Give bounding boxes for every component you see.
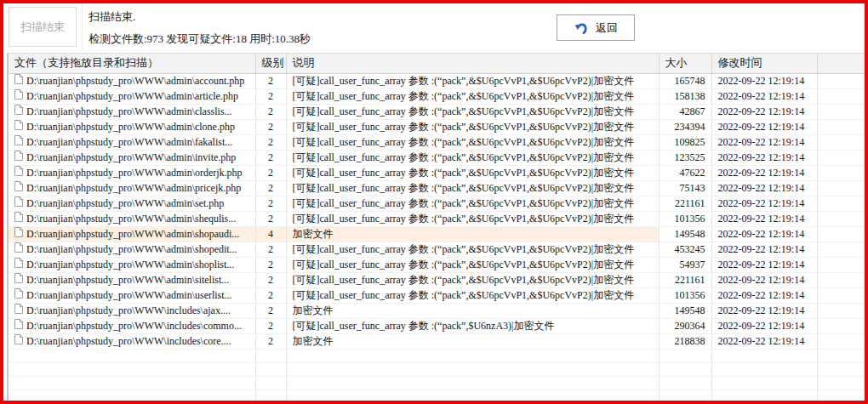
- file-icon: [14, 334, 23, 348]
- threat-level: 2: [255, 211, 286, 226]
- empty-cell: [659, 390, 711, 401]
- table-row[interactable]: D:\ruanjian\phpstudy_pro\WWW\admin\shopl…: [9, 257, 865, 272]
- table-row[interactable]: D:\ruanjian\phpstudy_pro\WWW\admin\order…: [9, 165, 865, 180]
- file-size: 165748: [659, 73, 711, 88]
- file-size: 54937: [659, 257, 711, 272]
- file-icon: [14, 105, 23, 118]
- file-size: 234394: [659, 119, 711, 134]
- empty-cell: [659, 362, 711, 376]
- table-row[interactable]: D:\ruanjian\phpstudy_pro\WWW\admin\shequ…: [9, 211, 865, 226]
- file-icon: [14, 151, 23, 164]
- undo-icon: [574, 20, 588, 35]
- file-size: 101356: [659, 287, 711, 303]
- scan-results-table: 文件（支持拖放目录和扫描）级别说明大小修改时间 D:\ruanjian\phps…: [9, 54, 865, 401]
- threat-level: 2: [255, 119, 286, 134]
- empty-cell: [286, 390, 659, 401]
- back-button[interactable]: 返回: [557, 14, 635, 41]
- empty-cell: [817, 73, 865, 88]
- empty-cell: [817, 196, 865, 211]
- file-icon: [14, 288, 23, 302]
- modified-time: 2022-09-22 12:19:14: [711, 150, 817, 165]
- table-row[interactable]: D:\ruanjian\phpstudy_pro\WWW\admin\class…: [9, 104, 865, 119]
- file-path: D:\ruanjian\phpstudy_pro\WWW\admin\set.p…: [26, 197, 224, 210]
- file-size: 158138: [659, 88, 711, 104]
- table-row[interactable]: D:\ruanjian\phpstudy_pro\WWW\admin\clone…: [9, 119, 865, 134]
- modified-time: 2022-09-22 12:19:14: [711, 242, 817, 257]
- empty-cell: [817, 150, 865, 165]
- table-row[interactable]: D:\ruanjian\phpstudy_pro\WWW\admin\shope…: [9, 242, 865, 257]
- column-header-size[interactable]: 大小: [659, 54, 711, 73]
- threat-level: 2: [255, 134, 286, 150]
- file-icon: [14, 74, 23, 88]
- scan-status: 扫描结束. 检测文件数:973 发现可疑文件:18 用时:10.38秒: [89, 8, 311, 48]
- description: [可疑]call_user_func_array 参数 :(“pack”,&$U…: [286, 211, 659, 226]
- file-size: 109825: [659, 134, 711, 150]
- threat-level: 2: [255, 196, 286, 211]
- modified-time: 2022-09-22 12:19:14: [711, 88, 817, 104]
- scan-stats-text: 检测文件数:973 发现可疑文件:18 用时:10.38秒: [89, 30, 311, 48]
- file-size: 453245: [659, 242, 711, 257]
- file-size: 290364: [659, 318, 711, 333]
- column-header-mtime[interactable]: 修改时间: [711, 54, 817, 73]
- table-row[interactable]: D:\ruanjian\phpstudy_pro\WWW\admin\price…: [9, 180, 865, 196]
- empty-cell: [817, 119, 865, 134]
- file-path: D:\ruanjian\phpstudy_pro\WWW\admin\shopa…: [26, 228, 239, 241]
- scan-results-table-area: 文件（支持拖放目录和扫描）级别说明大小修改时间 D:\ruanjian\phps…: [7, 53, 865, 401]
- scan-state-button[interactable]: 扫描结束: [9, 7, 77, 47]
- column-header-desc[interactable]: 说明: [286, 54, 659, 73]
- threat-level: 2: [255, 287, 286, 303]
- file-icon: [14, 89, 23, 103]
- column-header-extra[interactable]: [817, 54, 865, 73]
- table-row[interactable]: D:\ruanjian\phpstudy_pro\WWW\admin\accou…: [9, 73, 865, 88]
- table-row[interactable]: D:\ruanjian\phpstudy_pro\WWW\admin\shopa…: [9, 226, 865, 242]
- empty-cell: [255, 390, 286, 401]
- file-size: 42867: [659, 104, 711, 119]
- file-path: D:\ruanjian\phpstudy_pro\WWW\admin\accou…: [26, 75, 244, 88]
- description: [可疑]call_user_func_array 参数 :(“pack”,&$U…: [286, 287, 659, 303]
- threat-level: 2: [255, 257, 286, 272]
- file-size: 123525: [659, 150, 711, 165]
- empty-cell: [255, 376, 286, 390]
- empty-cell: [286, 362, 659, 376]
- empty-cell: [817, 211, 865, 226]
- empty-cell: [711, 376, 817, 390]
- file-path: D:\ruanjian\phpstudy_pro\WWW\admin\shope…: [26, 243, 237, 256]
- description: [可疑]call_user_func_array 参数 :(“pack”,&$U…: [286, 257, 659, 272]
- column-header-file[interactable]: 文件（支持拖放目录和扫描）: [9, 54, 255, 73]
- description: [可疑]call_user_func_array 参数 :(“pack”,&$U…: [286, 73, 659, 88]
- file-size: 47622: [659, 165, 711, 180]
- empty-cell: [817, 390, 865, 401]
- file-path: D:\ruanjian\phpstudy_pro\WWW\admin\class…: [26, 105, 232, 118]
- file-path: D:\ruanjian\phpstudy_pro\WWW\admin\shopl…: [26, 259, 234, 271]
- table-row[interactable]: D:\ruanjian\phpstudy_pro\WWW\includes\co…: [9, 318, 865, 333]
- empty-cell: [817, 242, 865, 257]
- table-row[interactable]: D:\ruanjian\phpstudy_pro\WWW\admin\artic…: [9, 88, 865, 104]
- empty-table-row: [9, 349, 865, 362]
- table-row[interactable]: D:\ruanjian\phpstudy_pro\WWW\includes\co…: [9, 333, 865, 349]
- modified-time: 2022-09-22 12:19:14: [711, 257, 817, 272]
- table-row[interactable]: D:\ruanjian\phpstudy_pro\WWW\includes\aj…: [9, 303, 865, 318]
- table-row[interactable]: D:\ruanjian\phpstudy_pro\WWW\admin\invit…: [9, 150, 865, 165]
- file-icon: [14, 120, 23, 134]
- table-row[interactable]: D:\ruanjian\phpstudy_pro\WWW\admin\sitel…: [9, 272, 865, 287]
- empty-table-row: [9, 390, 865, 401]
- file-path: D:\ruanjian\phpstudy_pro\WWW\admin\shequ…: [26, 213, 236, 225]
- empty-cell: [9, 376, 255, 390]
- table-row[interactable]: D:\ruanjian\phpstudy_pro\WWW\admin\userl…: [9, 287, 865, 303]
- empty-cell: [659, 349, 711, 362]
- empty-cell: [659, 376, 711, 390]
- empty-cell: [817, 362, 865, 376]
- file-icon: [14, 273, 23, 287]
- file-size: 221161: [659, 272, 711, 287]
- modified-time: 2022-09-22 12:19:14: [711, 180, 817, 196]
- empty-cell: [286, 349, 659, 362]
- column-header-level[interactable]: 级别: [255, 54, 286, 73]
- empty-cell: [711, 390, 817, 401]
- empty-cell: [9, 362, 255, 376]
- file-path: D:\ruanjian\phpstudy_pro\WWW\admin\sitel…: [26, 274, 229, 287]
- description: [可疑]call_user_func_array 参数 :(“pack”,&$U…: [286, 88, 659, 104]
- table-row[interactable]: D:\ruanjian\phpstudy_pro\WWW\admin\set.p…: [9, 196, 865, 211]
- table-row[interactable]: D:\ruanjian\phpstudy_pro\WWW\admin\fakal…: [9, 134, 865, 150]
- file-path: D:\ruanjian\phpstudy_pro\WWW\admin\clone…: [26, 121, 235, 134]
- file-icon: [14, 181, 23, 195]
